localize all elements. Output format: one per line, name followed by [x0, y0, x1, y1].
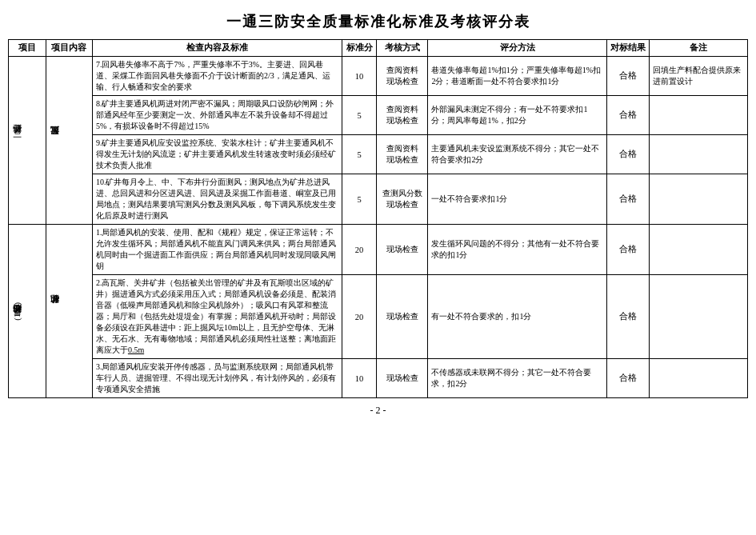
row-9-content: 9.矿井主要通风机应安设监控系统、安装水柱计；矿井主要通风机不得发生无计划的风流…	[92, 135, 342, 174]
row-s2-2-result: 合格	[606, 275, 650, 359]
table-row: 二防矿和通风(100) 矿井和矿地 1.局部通风机的安装、使用、配和《规程》规定…	[9, 225, 748, 275]
row-8-result: 合格	[606, 96, 650, 135]
table-row: 2.高瓦斯、关井矿井（包括被关出管理的矿井及有瓦斯喷出区域的矿井）掘进通风方式必…	[9, 275, 748, 359]
row-s2-2-score: 20	[342, 275, 376, 359]
row-s2-1-score: 20	[342, 225, 376, 275]
row-9-score: 5	[342, 135, 376, 174]
row-8-scoring: 外部漏风未测定不得分；有一处不符要求扣1分；周风率每超1%，扣2分	[428, 96, 606, 135]
main-table: 项目 项目内容 检查内容及标准 标准分 考核方式 评分方法 对标结果 备注 一矿…	[8, 39, 748, 398]
row-8-content: 8.矿井主要通风机两进对闭严密不漏风；周期吸风口设防砂闸网；外部通风经年至少要测…	[92, 96, 342, 135]
row-s2-3-note	[650, 359, 748, 398]
row-s2-3-score: 10	[342, 359, 376, 398]
page-number: - 2 -	[8, 405, 748, 417]
header-check-method: 考核方式	[376, 40, 428, 57]
table-row: 3.局部通风机应安装开停传感器，员与监测系统联网；局部通风机带车行人员、进掘管理…	[9, 359, 748, 398]
table-row: 10.矿井每月令上、中、下布井行分面测风；测风地点为矿井总进风进、总回风进和分区…	[9, 174, 748, 225]
row-8-check: 查阅资料现场检查	[376, 96, 428, 135]
row-s2-3-result: 合格	[606, 359, 650, 398]
row-s2-2-content: 2.高瓦斯、关井矿井（包括被关出管理的矿井及有瓦斯喷出区域的矿井）掘进通风方式必…	[92, 275, 342, 359]
row-s2-1-scoring: 发生循环风问题的不得分；其他有一处不符合要求的扣1分	[428, 225, 606, 275]
row-7-result: 合格	[606, 57, 650, 96]
section-2-name: 二防矿和通风(100)	[9, 225, 46, 398]
row-s2-1-result: 合格	[606, 225, 650, 275]
row-9-note	[650, 135, 748, 174]
table-row: 9.矿井主要通风机应安设监控系统、安装水柱计；矿井主要通风机不得发生无计划的风流…	[9, 135, 748, 174]
row-7-check: 查阅资料现场检查	[376, 57, 428, 96]
row-10-check: 查测风分数现场检查	[376, 174, 428, 225]
row-9-scoring: 主要通风机未安设监测系统不得分；其它一处不符合要求扣2分	[428, 135, 606, 174]
row-7-score: 10	[342, 57, 376, 96]
row-s2-3-check: 现场检查	[376, 359, 428, 398]
header-row: 项目 项目内容 检查内容及标准 标准分 考核方式 评分方法 对标结果 备注	[9, 40, 748, 57]
section-2-sub: 矿井和矿地	[46, 225, 92, 398]
row-s2-3-content: 3.局部通风机应安装开停传感器，员与监测系统联网；局部通风机带车行人员、进掘管理…	[92, 359, 342, 398]
row-10-note	[650, 174, 748, 225]
header-scoring-method: 评分方法	[428, 40, 606, 57]
row-10-result: 合格	[606, 174, 650, 225]
row-10-score: 5	[342, 174, 376, 225]
row-s2-2-scoring: 有一处不符合要求的，扣1分	[428, 275, 606, 359]
page-title: 一通三防安全质量标准化标准及考核评分表	[8, 12, 748, 31]
header-score: 标准分	[342, 40, 376, 57]
row-s2-1-check: 现场检查	[376, 225, 428, 275]
row-8-score: 5	[342, 96, 376, 135]
header-note: 备注	[650, 40, 748, 57]
header-project-content: 项目内容	[46, 40, 92, 57]
page: 一通三防安全质量标准化标准及考核评分表 项目 项目内容 检查内容及标准 标准分 …	[0, 0, 756, 535]
row-10-content: 10.矿井每月令上、中、下布井行分面测风；测风地点为矿井总进风进、总回风进和分区…	[92, 174, 342, 225]
row-s2-3-scoring: 不传感器或未联网不得分；其它一处不符合要求，扣2分	[428, 359, 606, 398]
header-project: 项目	[9, 40, 46, 57]
row-s2-2-note	[650, 275, 748, 359]
header-result: 对标结果	[606, 40, 650, 57]
row-10-scoring: 一处不符合要求扣1分	[428, 174, 606, 225]
row-7-scoring: 巷道失修率每超1%扣1分；严重失修率每超1%扣2分；巷道断面一处不符合要求扣1分	[428, 57, 606, 96]
row-8-note	[650, 96, 748, 135]
header-check-standard: 检查内容及标准	[92, 40, 342, 57]
row-9-result: 合格	[606, 135, 650, 174]
section-1-sub: 风量配置	[46, 57, 92, 225]
row-7-content: 7.回风巷失修率不高于7%，严重失修率不于3%。主要进、回风巷道、采煤工作面回风…	[92, 57, 342, 96]
section-1-name: 一矿井通风	[9, 57, 46, 225]
row-s2-1-content: 1.局部通风机的安装、使用、配和《规程》规定，保证正常运转；不允许发生循环风；局…	[92, 225, 342, 275]
row-s2-1-note	[650, 225, 748, 275]
table-row: 8.矿井主要通风机两进对闭严密不漏风；周期吸风口设防砂闸网；外部通风经年至少要测…	[9, 96, 748, 135]
table-row: 一矿井通风 风量配置 7.回风巷失修率不高于7%，严重失修率不于3%。主要进、回…	[9, 57, 748, 96]
row-7-note: 回填生产料配合提供原来进前置设计	[650, 57, 748, 96]
row-9-check: 查阅资料现场检查	[376, 135, 428, 174]
row-s2-2-check: 现场检查	[376, 275, 428, 359]
